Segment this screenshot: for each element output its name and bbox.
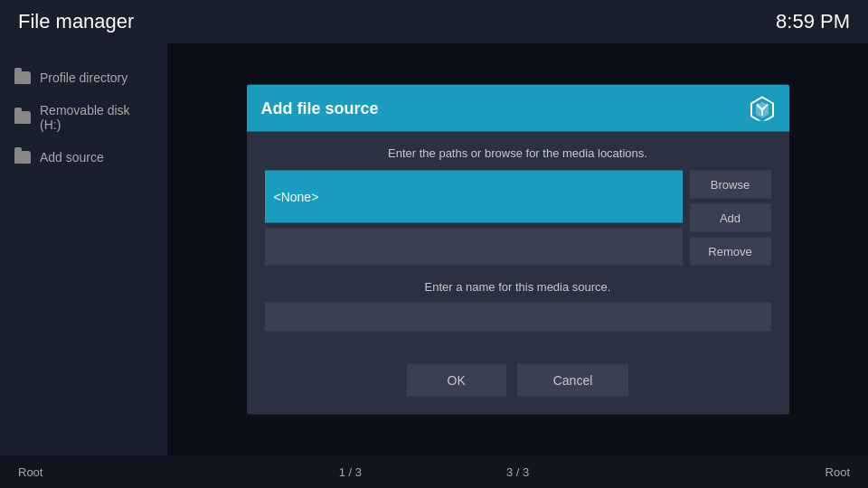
sidebar-item-label: Profile directory — [40, 70, 127, 85]
path-buttons: Browse Add Remove — [690, 171, 771, 266]
status-right: Root — [826, 465, 850, 479]
path-input[interactable] — [265, 171, 683, 223]
sidebar-item-label: Add source — [40, 150, 104, 164]
folder-icon — [14, 151, 31, 164]
source-name-input[interactable] — [265, 303, 771, 332]
status-center: 1 / 3 3 / 3 — [339, 465, 530, 479]
name-section: Enter a name for this media source. — [265, 280, 771, 332]
main-content: Add file source Enter the paths or brows… — [167, 43, 868, 455]
dialog-body: Enter the paths or browse for the media … — [247, 132, 789, 350]
dialog-footer: OK Cancel — [247, 350, 789, 415]
sidebar-item-add-source[interactable]: Add source — [0, 141, 167, 174]
dialog-header: Add file source — [247, 85, 789, 132]
path-section: Browse Add Remove — [265, 171, 771, 266]
sidebar-item-removable[interactable]: Removable disk (H:) — [0, 94, 167, 141]
remove-button[interactable]: Remove — [690, 238, 771, 266]
status-page-left: 1 / 3 — [339, 465, 362, 479]
browse-button[interactable]: Browse — [690, 171, 771, 199]
folder-icon — [14, 71, 31, 84]
clock: 8:59 PM — [776, 10, 850, 33]
path-list-area — [265, 228, 683, 266]
ok-button[interactable]: OK — [407, 364, 506, 397]
sidebar-item-label: Removable disk (H:) — [40, 103, 153, 132]
folder-icon — [14, 111, 31, 124]
dialog-instruction: Enter the paths or browse for the media … — [265, 146, 771, 160]
name-instruction: Enter a name for this media source. — [265, 280, 771, 294]
status-left: Root — [18, 465, 42, 479]
cancel-button[interactable]: Cancel — [517, 364, 629, 397]
sidebar-item-profile[interactable]: Profile directory — [0, 61, 167, 94]
status-bar: Root 1 / 3 3 / 3 Root — [0, 455, 868, 488]
add-button[interactable]: Add — [690, 204, 771, 232]
status-page-right: 3 / 3 — [506, 465, 529, 479]
kodi-logo-icon — [750, 96, 775, 121]
dialog-title: Add file source — [261, 99, 379, 117]
add-file-source-dialog: Add file source Enter the paths or brows… — [247, 85, 789, 415]
sidebar: Profile directory Removable disk (H:) Ad… — [0, 43, 167, 455]
app-header: File manager 8:59 PM — [0, 0, 868, 43]
app-title: File manager — [18, 10, 134, 33]
